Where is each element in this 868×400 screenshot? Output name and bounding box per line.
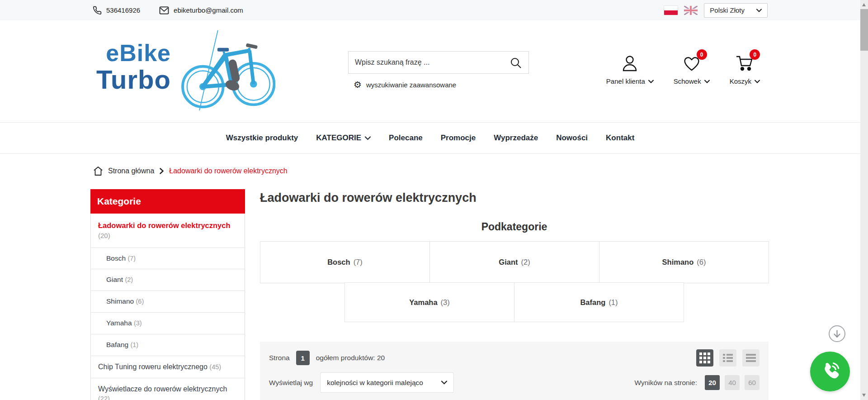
logo-line1: eBike: [106, 41, 171, 65]
nav-kontakt[interactable]: Kontakt: [606, 133, 634, 143]
compact-view-icon: [746, 353, 756, 362]
sort-select[interactable]: kolejności w kategorii malejąco: [320, 372, 454, 393]
currency-select[interactable]: Polski Złoty: [704, 3, 768, 18]
scrollbar-thumb[interactable]: [860, 9, 868, 51]
cart-label: Koszyk: [730, 77, 751, 85]
total-products-label: ogółem produktów: 20: [316, 354, 385, 362]
cart-button[interactable]: 0 Koszyk: [730, 53, 760, 85]
nav-nowosci[interactable]: Nowości: [556, 133, 588, 143]
advanced-search-link[interactable]: ⚙ wyszukiwanie zaawansowane: [354, 80, 456, 89]
sidebar-item-chip-tuning[interactable]: Chip Tuning roweru elektrycznego (45): [91, 356, 245, 378]
phone-icon: [93, 6, 102, 15]
email-link[interactable]: ebiketurbo@gmail.com: [159, 6, 243, 14]
search-button[interactable]: [510, 55, 525, 71]
main-nav: Wszystkie produkty KATEGORIE Polecane Pr…: [0, 122, 860, 154]
uk-flag-icon[interactable]: [684, 6, 698, 15]
nav-polecane[interactable]: Polecane: [389, 133, 423, 143]
advanced-search-label: wyszukiwanie zaawansowane: [366, 81, 456, 89]
per-page-label: Wyników na stronie:: [634, 379, 697, 387]
scrollbar-up-arrow[interactable]: [862, 3, 866, 6]
search-icon: [510, 57, 522, 69]
subcategory-bosch[interactable]: Bosch(7): [260, 241, 430, 283]
current-page-badge[interactable]: 1: [296, 351, 310, 365]
category-sidebar: Kategorie Ładowarki do rowerów elektrycz…: [90, 189, 245, 400]
per-page-40-button[interactable]: 40: [725, 375, 740, 390]
page-title: Ładowarki do rowerów elektrycznych: [260, 191, 476, 205]
nav-promocje[interactable]: Promocje: [441, 133, 476, 143]
subcategory-shimano[interactable]: Shimano(6): [599, 241, 769, 283]
nav-wyprzedaze[interactable]: Wyprzedaże: [494, 133, 538, 143]
nav-kategorie[interactable]: KATEGORIE: [316, 133, 371, 143]
call-widget-button[interactable]: [810, 352, 850, 391]
subcategory-row-1: Bosch(7) Giant(2) Shimano(6): [260, 241, 769, 283]
sidebar-item-shimano[interactable]: Shimano (6): [91, 291, 245, 313]
grid-view-icon: [699, 352, 710, 363]
gear-icon: ⚙: [354, 80, 362, 89]
chevron-down-icon: [365, 136, 371, 140]
wishlist-count-badge: 0: [697, 49, 707, 60]
sidebar-item-ladowarki[interactable]: Ładowarki do rowerów elektrycznych (20): [91, 214, 245, 248]
search-area: ⚙ wyszukiwanie zaawansowane: [348, 51, 529, 74]
search-input[interactable]: [348, 51, 529, 74]
chevron-down-icon: [648, 80, 654, 83]
sidebar-title: Kategorie: [90, 189, 245, 214]
poland-flag-icon[interactable]: [664, 6, 678, 15]
page-label: Strona: [269, 354, 290, 362]
chevron-right-icon: [160, 168, 164, 174]
list-view-icon: [723, 353, 733, 362]
sort-value: kolejności w kategorii malejąco: [327, 379, 436, 387]
bike-logo-icon: [174, 29, 275, 112]
logo-line2: Turbo: [96, 67, 171, 93]
home-icon: [93, 166, 104, 176]
currency-value: Polski Złoty: [710, 6, 745, 14]
compact-view-button[interactable]: [742, 349, 760, 367]
per-page-60-button[interactable]: 60: [745, 375, 760, 390]
subcategory-yamaha[interactable]: Yamaha(3): [344, 282, 514, 322]
subcategory-bafang[interactable]: Bafang(1): [514, 282, 684, 322]
email-address: ebiketurbo@gmail.com: [174, 6, 243, 14]
phone-call-icon: [820, 361, 840, 382]
page: 536416926 ebiketurbo@gmail.com Polski Zł…: [0, 0, 868, 400]
logo[interactable]: eBike Turbo: [96, 29, 275, 112]
chevron-down-icon: [756, 9, 762, 12]
breadcrumb-current: Ładowarki do rowerów elektrycznych: [169, 167, 287, 175]
scroll-down-button[interactable]: [829, 325, 845, 342]
breadcrumb-home-label: Strona główna: [108, 167, 154, 175]
sidebar-item-bosch[interactable]: Bosch (7): [91, 248, 245, 270]
phone-link[interactable]: 536416926: [93, 6, 140, 15]
mail-icon: [159, 6, 169, 14]
scrollbar: [860, 0, 868, 400]
sort-label: Wyświetlaj wg: [269, 379, 313, 387]
account-button[interactable]: Panel klienta: [606, 53, 654, 85]
top-bar: 536416926 ebiketurbo@gmail.com Polski Zł…: [0, 0, 860, 20]
chevron-down-icon: [704, 80, 710, 83]
wishlist-label: Schowek: [674, 77, 701, 85]
header-actions: Panel klienta 0 Schowek 0: [606, 53, 760, 85]
cart-count-badge: 0: [750, 49, 760, 60]
phone-number: 536416926: [106, 6, 140, 14]
breadcrumb: Strona główna Ładowarki do rowerów elekt…: [93, 163, 288, 179]
breadcrumb-home-link[interactable]: Strona główna: [93, 166, 154, 176]
user-icon: [622, 55, 638, 72]
subcategories-heading: Podkategorie: [260, 221, 769, 233]
listing-toolbar: Strona 1 ogółem produktów: 20 Wyświetlaj…: [260, 342, 769, 400]
nav-wszystkie-produkty[interactable]: Wszystkie produkty: [226, 133, 298, 143]
subcategory-row-2: Yamaha(3) Bafang(1): [344, 283, 684, 322]
wishlist-button[interactable]: 0 Schowek: [674, 53, 710, 85]
sidebar-category-list: Ładowarki do rowerów elektrycznych (20) …: [90, 214, 245, 400]
sidebar-item-wyswietlacze[interactable]: Wyświetlacze do rowerów elektrycznych (2…: [91, 378, 245, 400]
chevron-down-icon: [755, 80, 760, 83]
sidebar-item-bafang[interactable]: Bafang (1): [91, 334, 245, 356]
header: eBike Turbo: [0, 20, 860, 122]
scrollbar-down-arrow[interactable]: [862, 394, 866, 397]
per-page-20-button[interactable]: 20: [705, 375, 720, 390]
list-view-button[interactable]: [719, 349, 736, 367]
chevron-down-icon: [441, 381, 447, 385]
sidebar-item-yamaha[interactable]: Yamaha (3): [91, 313, 245, 334]
subcategory-giant[interactable]: Giant(2): [429, 241, 599, 283]
grid-view-button[interactable]: [696, 349, 713, 367]
account-label: Panel klienta: [606, 77, 645, 85]
logo-text: eBike Turbo: [96, 41, 171, 112]
sidebar-item-giant[interactable]: Giant (2): [91, 269, 245, 291]
arrow-down-icon: [834, 330, 840, 338]
